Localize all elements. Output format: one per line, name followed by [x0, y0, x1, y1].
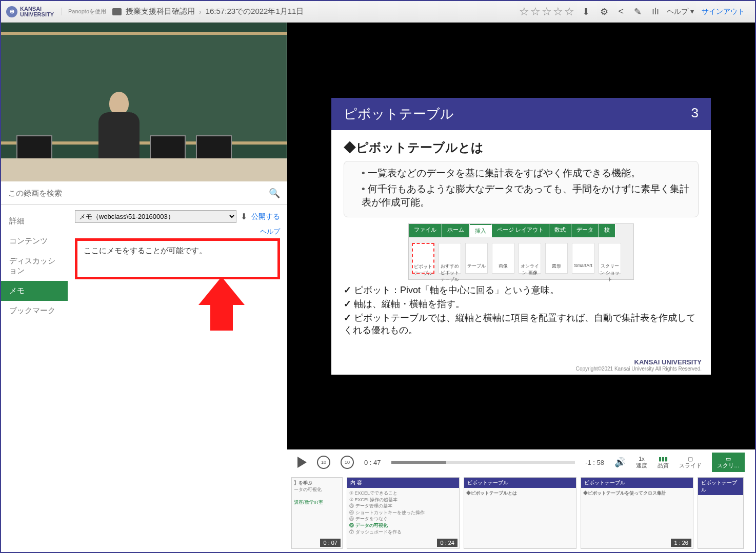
star-icon[interactable]: ☆: [530, 5, 541, 18]
notes-header: メモ（webclass\51-20160003） ⬇ 公開する: [75, 210, 280, 223]
monitor: [150, 135, 186, 161]
ribbon-tab: 校: [599, 224, 615, 237]
star-icon[interactable]: ☆: [553, 5, 563, 18]
volume-icon[interactable]: 🔊: [614, 457, 626, 468]
gear-icon[interactable]: ⚙: [600, 6, 608, 17]
tab-bookmark[interactable]: ブックマーク: [1, 301, 68, 321]
skip-forward-button[interactable]: 10: [341, 456, 354, 469]
ribbon-icon: 図形: [545, 243, 568, 274]
slide-view[interactable]: ピボットテーブル 3 ◆ピボットテーブルとは 一覧表などのデータを基に集計表をす…: [287, 23, 755, 449]
slide-footer: KANSAI UNIVERSITY Copyright©2021 Kansai …: [331, 355, 711, 375]
tab-detail[interactable]: 詳細: [1, 211, 68, 231]
tab-nav: 詳細 コンテンツ ディスカッション メモ ブックマーク: [1, 205, 68, 552]
monitor: [16, 135, 52, 161]
tabs-area: 詳細 コンテンツ ディスカッション メモ ブックマーク メモ（webclass\…: [1, 205, 287, 552]
slide-title: ピボットテーブル: [344, 105, 454, 123]
thumb-time: 1 : 26: [671, 539, 691, 547]
slide-body: ◆ピボットテーブルとは 一覧表などのデータを基に集計表をすばやく作成できる機能。…: [331, 130, 711, 355]
thumbnail[interactable]: 】を学ぶ ータの可視化 講座/数学IR室 0 : 07: [291, 477, 343, 549]
star-icon[interactable]: ☆: [564, 5, 574, 18]
download-notes-icon[interactable]: ⬇: [241, 212, 247, 221]
slide-page-number: 3: [691, 105, 699, 123]
copyright: Copyright©2021 Kansai University All Rig…: [576, 366, 702, 372]
remaining-time: -1 : 58: [585, 459, 604, 466]
tab-discussion[interactable]: ディスカッション: [1, 251, 68, 281]
player-controls: 10 10 0 : 47 -1 : 58 🔊 1x速度 ▮▮▮品質 ▢スライド …: [287, 449, 755, 475]
thumb-time: 0 : 24: [437, 539, 457, 547]
slide-title-bar: ピボットテーブル 3: [331, 98, 711, 130]
star-icon[interactable]: ☆: [542, 5, 552, 18]
ribbon-tab: データ: [571, 224, 599, 237]
ribbon-icon: テーブル: [465, 243, 488, 274]
session-title: 16:57:23での2022年1月11日: [206, 7, 304, 16]
publish-link[interactable]: 公開する: [251, 212, 280, 221]
stats-icon[interactable]: ılı: [652, 6, 659, 17]
right-column: ピボットテーブル 3 ◆ピボットテーブルとは 一覧表などのデータを基に集計表をす…: [287, 23, 755, 552]
slide-heading: ◆ピボットテーブルとは: [344, 139, 699, 156]
ribbon-icon-pivot: ピボット テーブル: [412, 243, 434, 274]
check-item: ピボットテーブルでは、縦軸と横軸に項目を配置すれば、自動で集計表を作成してくれる…: [344, 312, 699, 336]
logo-line1: KANSAI: [20, 6, 54, 12]
folder-name[interactable]: 授業支援科目確認用: [126, 7, 195, 16]
main-area: 🔍 詳細 コンテンツ ディスカッション メモ ブックマーク メモ（webclas…: [1, 23, 755, 552]
notes-textarea[interactable]: ここにメモをすることが可能です。: [75, 238, 280, 279]
share-icon[interactable]: <: [619, 6, 624, 17]
search-input[interactable]: [8, 189, 269, 197]
bullet-item: 一覧表などのデータを基に集計表をすばやく作成できる機能。: [362, 167, 691, 180]
tab-contents[interactable]: コンテンツ: [1, 231, 68, 251]
camera-video[interactable]: [1, 23, 287, 181]
skip-back-button[interactable]: 10: [317, 456, 330, 469]
ribbon-icon: SmartArt: [572, 243, 594, 274]
ribbon-tab: 挿入: [470, 224, 492, 237]
speed-button[interactable]: 1x速度: [636, 456, 647, 469]
ribbon-tab: ホーム: [442, 224, 470, 237]
toolbar-icons: ⬇ ⚙ < ✎ ılı: [582, 6, 660, 17]
play-button[interactable]: [297, 457, 307, 468]
footer-logo: KANSAI UNIVERSITY: [634, 358, 702, 366]
check-list: ピボット：Pivot「軸を中心に回る」という意味。 軸は、縦軸・横軸を指す。 ピ…: [344, 284, 699, 336]
download-icon[interactable]: ⬇: [582, 6, 590, 17]
edit-icon[interactable]: ✎: [634, 6, 642, 17]
check-item: ピボット：Pivot「軸を中心に回る」という意味。: [344, 284, 699, 296]
monitor: [196, 135, 232, 161]
notes-help-link[interactable]: ヘルプ: [75, 227, 280, 236]
desk: [1, 158, 287, 181]
excel-ribbon-image: ファイル ホーム 挿入 ページ レイアウト 数式 データ 校 ピボット テーブル…: [408, 223, 634, 280]
ribbon-tab: 数式: [549, 224, 571, 237]
thumb-time: 0 : 07: [320, 539, 341, 547]
ribbon-tab: ファイル: [409, 224, 442, 237]
slide-content: ピボットテーブル 3 ◆ピボットテーブルとは 一覧表などのデータを基に集計表をす…: [331, 98, 711, 375]
quality-button[interactable]: ▮▮▮品質: [658, 456, 669, 469]
lecturer: [93, 92, 145, 163]
thumbnail[interactable]: 内 容 ① EXCELでできること ② EXCEL操作の超基本 ③ データ管理の…: [347, 477, 460, 549]
thumbnail[interactable]: ピボットテーブル ◆ピボットテーブルを使ってクロス集計 1 : 26: [581, 477, 693, 549]
left-column: 🔍 詳細 コンテンツ ディスカッション メモ ブックマーク メモ（webclas…: [1, 23, 287, 552]
ribbon-icon: 画像: [492, 243, 514, 274]
thumbnail[interactable]: ピボットテーブル ◆ピボットテーブルとは: [464, 477, 576, 549]
screen-view-button[interactable]: ▭スクリ…: [712, 453, 745, 472]
chevron-right-icon: ›: [199, 8, 202, 16]
header-bar: ⊕ KANSAI UNIVERSITY Panoptoを使用 授業支援科目確認用…: [1, 1, 755, 23]
folder-icon: [112, 8, 122, 15]
rating-stars[interactable]: ☆ ☆ ☆ ☆ ☆: [519, 5, 574, 18]
ribbon-icon: オンライン 画像: [519, 243, 541, 274]
check-item: 軸は、縦軸・横軸を指す。: [344, 298, 699, 310]
bullet-box: 一覧表などのデータを基に集計表をすばやく作成できる機能。 何千行もあるような膨大…: [344, 161, 699, 217]
help-dropdown[interactable]: ヘルプ ▾: [667, 7, 694, 16]
notes-channel-select[interactable]: メモ（webclass\51-20160003）: [75, 210, 236, 223]
thumbnail-strip[interactable]: 】を学ぶ ータの可視化 講座/数学IR室 0 : 07 内 容 ① EXCELで…: [287, 475, 755, 552]
progress-bar[interactable]: [391, 461, 575, 464]
ribbon-icon: スクリーン ショット: [599, 243, 621, 274]
kansai-logo: ⊕ KANSAI UNIVERSITY: [6, 6, 62, 17]
search-icon[interactable]: 🔍: [269, 188, 280, 199]
panopto-label: Panoptoを使用: [62, 8, 112, 15]
slide-view-button[interactable]: ▢スライド: [679, 456, 702, 469]
ribbon-icon: おすすめ ピボットテーブル: [439, 243, 461, 274]
tab-notes[interactable]: メモ: [1, 281, 68, 301]
notes-panel: メモ（webclass\51-20160003） ⬇ 公開する ヘルプ ここにメ…: [68, 205, 287, 552]
current-time: 0 : 47: [364, 459, 381, 466]
signout-link[interactable]: サインアウト: [702, 7, 745, 16]
search-bar: 🔍: [1, 181, 287, 205]
star-icon[interactable]: ☆: [519, 5, 529, 18]
thumbnail[interactable]: ピボットテーブル: [698, 477, 744, 549]
